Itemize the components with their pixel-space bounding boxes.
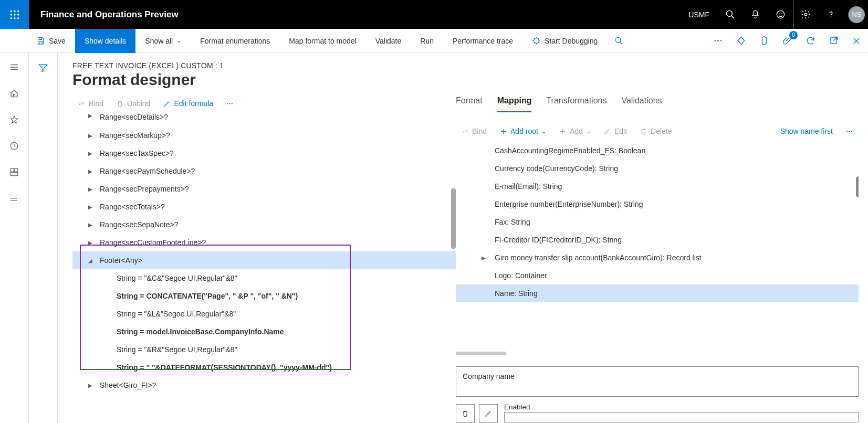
edit-formula-button[interactable]: Edit formula [158, 96, 218, 111]
close-icon [852, 36, 861, 46]
mapping-row[interactable]: CashAccountingRegimeEnabled_ES: Boolean [456, 142, 859, 160]
mapping-row[interactable]: Enterprise number(EnterpriseNumber): Str… [456, 195, 859, 213]
tree-label: Range<secPrepayments>? [100, 185, 189, 193]
tools-diamond-button[interactable] [729, 29, 752, 53]
filter-button[interactable] [38, 62, 48, 423]
tab-format[interactable]: Format [456, 94, 483, 112]
tree-row[interactable]: String = " "&DATEFORMAT(SESSIONTODAY(), … [72, 358, 456, 376]
mapping-row[interactable]: Fax: String [456, 213, 859, 231]
tree-expander-icon[interactable]: ▶ [88, 133, 96, 139]
mapping-scrollbar[interactable] [856, 176, 859, 197]
tree-row[interactable]: ▶Range<secSepaNote>? [72, 216, 456, 234]
tree-row[interactable]: String = CONCATENATE("Page", " &P ", "of… [72, 287, 456, 305]
show-name-first-button[interactable]: Show name first [775, 124, 838, 139]
tree-row[interactable]: ▶Range<secPaymSchedule>? [72, 162, 456, 180]
tree-row[interactable]: ▶Range<secTaxSpec>? [72, 144, 456, 162]
tree-expander-icon[interactable]: ▶ [88, 383, 96, 388]
tree-row[interactable]: String = model.InvoiceBase.CompanyInfo.N… [72, 323, 456, 341]
tree-expander-icon[interactable]: ▶ [88, 186, 96, 192]
help-button[interactable] [819, 0, 843, 29]
tree-label: Range<secCustomFooterLine>? [100, 238, 206, 247]
mapping-row[interactable]: FI-Creditor ID(FICreditorID_DK): String [456, 231, 859, 249]
svg-point-5 [17, 14, 19, 15]
bell-icon [750, 9, 760, 19]
tree-expander-icon[interactable]: ▶ [88, 240, 96, 246]
validate-button[interactable]: Validate [366, 29, 411, 53]
tree-row[interactable]: ▶Range<secDetails>? [72, 113, 456, 126]
left-overflow-button[interactable] [221, 97, 239, 111]
tree-expander-icon[interactable]: ◢ [88, 258, 96, 263]
tab-mapping[interactable]: Mapping [497, 94, 532, 112]
mapping-row[interactable]: Currency code(CurrencyCode): String [456, 160, 859, 177]
mapping-hscrollbar[interactable] [456, 352, 506, 355]
popout-button[interactable] [822, 29, 845, 53]
show-all-dropdown[interactable]: Show all ⌄ [135, 29, 191, 53]
map-format-to-model-button[interactable]: Map format to model [279, 29, 365, 53]
overflow-button[interactable] [706, 29, 729, 53]
nav-home[interactable] [0, 81, 29, 105]
tree-row[interactable]: ▶Sheet<Giro_FI>? [72, 376, 456, 394]
office-app-button[interactable] [752, 29, 776, 53]
user-avatar[interactable]: NS [848, 6, 865, 23]
mapping-label: FI-Creditor ID(FICreditorID_DK): String [495, 236, 622, 244]
svg-point-3 [10, 14, 12, 15]
search-icon [725, 9, 735, 19]
mapping-label: Currency code(CurrencyCode): String [495, 164, 618, 173]
feedback-button[interactable] [768, 0, 792, 29]
enabled-field[interactable] [504, 412, 859, 422]
mapping-row[interactable]: ▶Giro money transfer slip account(BankAc… [456, 249, 859, 267]
tree-expander-icon[interactable]: ▶ [88, 151, 96, 156]
nav-modules[interactable] [0, 186, 29, 210]
tree-row[interactable]: String = "&C&"Segoe UI,Regular"&8" [72, 269, 456, 287]
notifications-button[interactable] [743, 0, 767, 29]
tree-expander-icon[interactable]: ▶ [88, 204, 96, 210]
format-enumerations-button[interactable]: Format enumerations [191, 29, 279, 53]
cmdbar-search-button[interactable] [607, 29, 630, 53]
app-launcher[interactable] [0, 0, 29, 29]
refresh-button[interactable] [799, 29, 822, 53]
company-code[interactable]: USMF [688, 10, 717, 19]
mapping-expander-icon[interactable]: ▶ [478, 255, 489, 261]
tree-expander-icon[interactable]: ▶ [88, 222, 96, 228]
tree-expander-icon[interactable]: ▶ [88, 168, 96, 174]
attachments-button[interactable]: 0 [776, 29, 799, 53]
run-button[interactable]: Run [411, 29, 443, 53]
field-delete-button[interactable] [456, 404, 475, 423]
tree-row[interactable]: String = "&R&"Segoe UI,Regular"&8" [72, 341, 456, 358]
mapping-row[interactable]: Logo: Container [456, 267, 859, 284]
tab-transformations[interactable]: Transformations [546, 94, 606, 112]
mapping-row[interactable]: Name: String [456, 284, 859, 302]
tree-expander-icon[interactable]: ▶ [88, 113, 96, 119]
nav-workspaces[interactable] [0, 160, 29, 184]
tree-scrollbar[interactable] [451, 188, 456, 249]
tree-row[interactable]: ▶Range<secMarkup>? [72, 126, 456, 144]
tree-row[interactable]: ▶Range<secCustomFooterLine>? [72, 234, 456, 251]
more-icon [713, 36, 723, 46]
nav-recents[interactable] [0, 134, 29, 158]
settings-button[interactable] [793, 0, 818, 29]
tree-row[interactable]: String = "&L&"Segoe UI,Regular"&8" [72, 305, 456, 323]
show-details-button[interactable]: Show details [75, 29, 135, 53]
global-search-button[interactable] [718, 0, 742, 29]
tab-validations[interactable]: Validations [621, 94, 662, 112]
right-overflow-button[interactable] [840, 124, 859, 139]
waffle-icon [9, 9, 20, 20]
close-page-button[interactable] [845, 29, 868, 53]
tree-row[interactable]: ◢Footer<Any> [72, 251, 456, 269]
start-debugging-button[interactable]: Start Debugging [522, 29, 607, 53]
search-icon [614, 36, 623, 45]
save-button[interactable]: Save [29, 29, 75, 53]
add-root-dropdown[interactable]: Add root ⌄ [494, 124, 551, 139]
nav-collapse-button[interactable] [0, 55, 29, 79]
description-field[interactable]: Company name [456, 366, 859, 397]
tree-row[interactable]: ▶Range<secTotals>? [72, 198, 456, 216]
tree-row[interactable]: ▶Range<secPrepayments>? [72, 180, 456, 198]
field-edit-button[interactable] [479, 404, 498, 423]
performance-trace-button[interactable]: Performance trace [443, 29, 522, 53]
svg-rect-23 [11, 168, 14, 172]
svg-point-33 [849, 131, 850, 132]
nav-favorites[interactable] [0, 108, 29, 132]
svg-point-1 [14, 10, 15, 12]
mapping-row[interactable]: E-mail(Email): String [456, 177, 859, 195]
svg-rect-24 [15, 168, 18, 172]
